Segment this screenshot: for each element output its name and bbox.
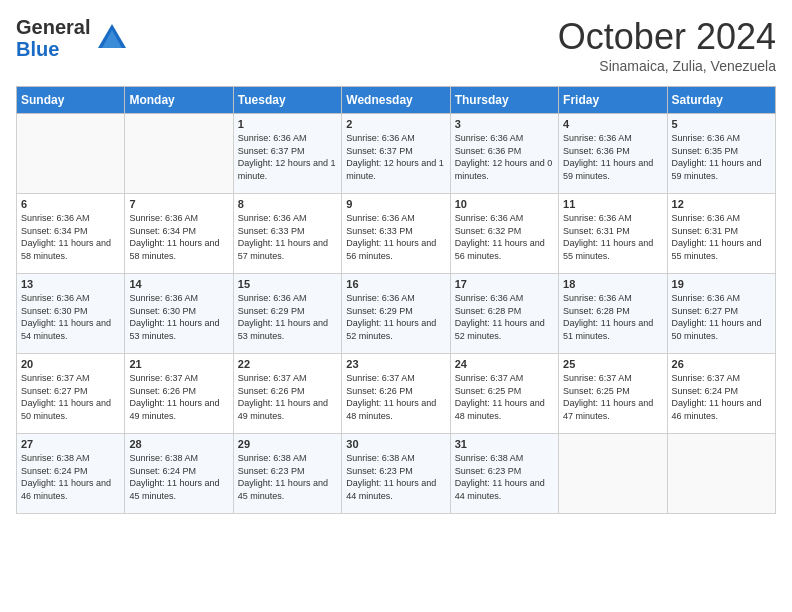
- day-number: 18: [563, 278, 662, 290]
- calendar-cell: 12Sunrise: 6:36 AMSunset: 6:31 PMDayligh…: [667, 194, 775, 274]
- day-number: 12: [672, 198, 771, 210]
- calendar-cell: 25Sunrise: 6:37 AMSunset: 6:25 PMDayligh…: [559, 354, 667, 434]
- day-info: Sunrise: 6:37 AMSunset: 6:25 PMDaylight:…: [455, 372, 554, 422]
- day-info: Sunrise: 6:36 AMSunset: 6:34 PMDaylight:…: [129, 212, 228, 262]
- day-info: Sunrise: 6:37 AMSunset: 6:26 PMDaylight:…: [346, 372, 445, 422]
- day-info: Sunrise: 6:37 AMSunset: 6:27 PMDaylight:…: [21, 372, 120, 422]
- day-info: Sunrise: 6:38 AMSunset: 6:23 PMDaylight:…: [346, 452, 445, 502]
- day-number: 3: [455, 118, 554, 130]
- month-title: October 2024: [558, 16, 776, 58]
- calendar-cell: 2Sunrise: 6:36 AMSunset: 6:37 PMDaylight…: [342, 114, 450, 194]
- day-number: 9: [346, 198, 445, 210]
- day-info: Sunrise: 6:36 AMSunset: 6:36 PMDaylight:…: [563, 132, 662, 182]
- calendar-cell: 6Sunrise: 6:36 AMSunset: 6:34 PMDaylight…: [17, 194, 125, 274]
- calendar-cell: [125, 114, 233, 194]
- day-number: 8: [238, 198, 337, 210]
- col-header-tuesday: Tuesday: [233, 87, 341, 114]
- day-info: Sunrise: 6:36 AMSunset: 6:28 PMDaylight:…: [455, 292, 554, 342]
- day-info: Sunrise: 6:36 AMSunset: 6:30 PMDaylight:…: [21, 292, 120, 342]
- calendar-cell: 10Sunrise: 6:36 AMSunset: 6:32 PMDayligh…: [450, 194, 558, 274]
- calendar-cell: 18Sunrise: 6:36 AMSunset: 6:28 PMDayligh…: [559, 274, 667, 354]
- day-number: 19: [672, 278, 771, 290]
- page-header: General Blue October 2024 Sinamaica, Zul…: [16, 16, 776, 74]
- calendar-header-row: SundayMondayTuesdayWednesdayThursdayFrid…: [17, 87, 776, 114]
- day-number: 20: [21, 358, 120, 370]
- day-info: Sunrise: 6:36 AMSunset: 6:34 PMDaylight:…: [21, 212, 120, 262]
- logo-blue: Blue: [16, 38, 59, 60]
- calendar-cell: 11Sunrise: 6:36 AMSunset: 6:31 PMDayligh…: [559, 194, 667, 274]
- day-number: 21: [129, 358, 228, 370]
- calendar-week-row: 13Sunrise: 6:36 AMSunset: 6:30 PMDayligh…: [17, 274, 776, 354]
- day-number: 25: [563, 358, 662, 370]
- calendar-week-row: 1Sunrise: 6:36 AMSunset: 6:37 PMDaylight…: [17, 114, 776, 194]
- calendar-cell: 21Sunrise: 6:37 AMSunset: 6:26 PMDayligh…: [125, 354, 233, 434]
- calendar-cell: 13Sunrise: 6:36 AMSunset: 6:30 PMDayligh…: [17, 274, 125, 354]
- day-number: 27: [21, 438, 120, 450]
- calendar-cell: 16Sunrise: 6:36 AMSunset: 6:29 PMDayligh…: [342, 274, 450, 354]
- day-number: 4: [563, 118, 662, 130]
- calendar-cell: 29Sunrise: 6:38 AMSunset: 6:23 PMDayligh…: [233, 434, 341, 514]
- day-info: Sunrise: 6:36 AMSunset: 6:28 PMDaylight:…: [563, 292, 662, 342]
- day-number: 2: [346, 118, 445, 130]
- day-info: Sunrise: 6:36 AMSunset: 6:30 PMDaylight:…: [129, 292, 228, 342]
- calendar-cell: 24Sunrise: 6:37 AMSunset: 6:25 PMDayligh…: [450, 354, 558, 434]
- calendar-cell: 23Sunrise: 6:37 AMSunset: 6:26 PMDayligh…: [342, 354, 450, 434]
- calendar-week-row: 27Sunrise: 6:38 AMSunset: 6:24 PMDayligh…: [17, 434, 776, 514]
- day-info: Sunrise: 6:36 AMSunset: 6:31 PMDaylight:…: [563, 212, 662, 262]
- day-number: 29: [238, 438, 337, 450]
- day-number: 23: [346, 358, 445, 370]
- day-info: Sunrise: 6:36 AMSunset: 6:33 PMDaylight:…: [238, 212, 337, 262]
- calendar-table: SundayMondayTuesdayWednesdayThursdayFrid…: [16, 86, 776, 514]
- calendar-cell: 17Sunrise: 6:36 AMSunset: 6:28 PMDayligh…: [450, 274, 558, 354]
- day-info: Sunrise: 6:38 AMSunset: 6:24 PMDaylight:…: [129, 452, 228, 502]
- col-header-monday: Monday: [125, 87, 233, 114]
- calendar-cell: 26Sunrise: 6:37 AMSunset: 6:24 PMDayligh…: [667, 354, 775, 434]
- day-number: 7: [129, 198, 228, 210]
- location-subtitle: Sinamaica, Zulia, Venezuela: [558, 58, 776, 74]
- day-info: Sunrise: 6:36 AMSunset: 6:32 PMDaylight:…: [455, 212, 554, 262]
- day-number: 13: [21, 278, 120, 290]
- col-header-thursday: Thursday: [450, 87, 558, 114]
- calendar-cell: 5Sunrise: 6:36 AMSunset: 6:35 PMDaylight…: [667, 114, 775, 194]
- logo-general: General: [16, 16, 90, 38]
- day-number: 10: [455, 198, 554, 210]
- day-info: Sunrise: 6:37 AMSunset: 6:26 PMDaylight:…: [129, 372, 228, 422]
- day-number: 26: [672, 358, 771, 370]
- day-number: 17: [455, 278, 554, 290]
- day-number: 6: [21, 198, 120, 210]
- day-info: Sunrise: 6:36 AMSunset: 6:31 PMDaylight:…: [672, 212, 771, 262]
- calendar-week-row: 20Sunrise: 6:37 AMSunset: 6:27 PMDayligh…: [17, 354, 776, 434]
- calendar-cell: 14Sunrise: 6:36 AMSunset: 6:30 PMDayligh…: [125, 274, 233, 354]
- day-number: 22: [238, 358, 337, 370]
- title-block: October 2024 Sinamaica, Zulia, Venezuela: [558, 16, 776, 74]
- calendar-cell: 22Sunrise: 6:37 AMSunset: 6:26 PMDayligh…: [233, 354, 341, 434]
- calendar-cell: 20Sunrise: 6:37 AMSunset: 6:27 PMDayligh…: [17, 354, 125, 434]
- calendar-cell: 8Sunrise: 6:36 AMSunset: 6:33 PMDaylight…: [233, 194, 341, 274]
- calendar-cell: 15Sunrise: 6:36 AMSunset: 6:29 PMDayligh…: [233, 274, 341, 354]
- calendar-cell: 28Sunrise: 6:38 AMSunset: 6:24 PMDayligh…: [125, 434, 233, 514]
- day-number: 24: [455, 358, 554, 370]
- calendar-cell: 3Sunrise: 6:36 AMSunset: 6:36 PMDaylight…: [450, 114, 558, 194]
- day-info: Sunrise: 6:36 AMSunset: 6:37 PMDaylight:…: [346, 132, 445, 182]
- calendar-cell: 9Sunrise: 6:36 AMSunset: 6:33 PMDaylight…: [342, 194, 450, 274]
- day-number: 14: [129, 278, 228, 290]
- day-number: 30: [346, 438, 445, 450]
- day-number: 5: [672, 118, 771, 130]
- calendar-cell: 7Sunrise: 6:36 AMSunset: 6:34 PMDaylight…: [125, 194, 233, 274]
- calendar-week-row: 6Sunrise: 6:36 AMSunset: 6:34 PMDaylight…: [17, 194, 776, 274]
- day-info: Sunrise: 6:36 AMSunset: 6:29 PMDaylight:…: [238, 292, 337, 342]
- day-number: 28: [129, 438, 228, 450]
- day-info: Sunrise: 6:38 AMSunset: 6:24 PMDaylight:…: [21, 452, 120, 502]
- day-info: Sunrise: 6:36 AMSunset: 6:35 PMDaylight:…: [672, 132, 771, 182]
- day-number: 1: [238, 118, 337, 130]
- calendar-cell: 19Sunrise: 6:36 AMSunset: 6:27 PMDayligh…: [667, 274, 775, 354]
- calendar-cell: [559, 434, 667, 514]
- col-header-sunday: Sunday: [17, 87, 125, 114]
- day-number: 15: [238, 278, 337, 290]
- day-info: Sunrise: 6:37 AMSunset: 6:26 PMDaylight:…: [238, 372, 337, 422]
- calendar-cell: [17, 114, 125, 194]
- calendar-cell: 4Sunrise: 6:36 AMSunset: 6:36 PMDaylight…: [559, 114, 667, 194]
- day-number: 31: [455, 438, 554, 450]
- day-info: Sunrise: 6:36 AMSunset: 6:27 PMDaylight:…: [672, 292, 771, 342]
- day-info: Sunrise: 6:37 AMSunset: 6:24 PMDaylight:…: [672, 372, 771, 422]
